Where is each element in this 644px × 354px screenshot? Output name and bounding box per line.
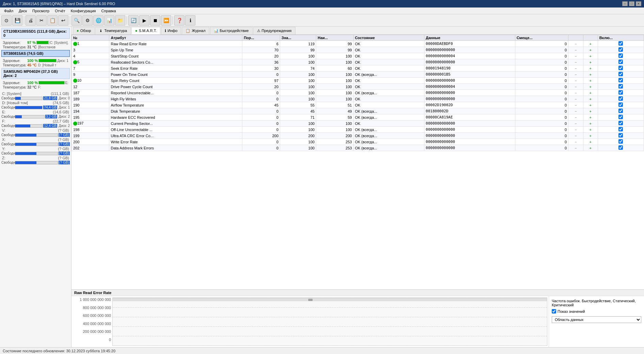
- plus-button[interactable]: +: [583, 84, 598, 90]
- minus-button[interactable]: −: [568, 59, 583, 65]
- include-checkbox[interactable]: [618, 115, 623, 119]
- include-checkbox[interactable]: [618, 78, 623, 82]
- plus-button[interactable]: +: [583, 41, 598, 47]
- plus-button[interactable]: +: [583, 127, 598, 133]
- plus-button[interactable]: +: [583, 78, 598, 84]
- include-checkbox-cell[interactable]: [598, 133, 644, 139]
- minus-button[interactable]: −: [568, 145, 583, 151]
- toolbar-btn-save[interactable]: 💾: [12, 15, 22, 26]
- include-checkbox-cell[interactable]: [598, 47, 644, 53]
- scrollbar-thumb[interactable]: [308, 299, 312, 301]
- include-checkbox-cell[interactable]: [598, 96, 644, 102]
- minus-button[interactable]: −: [568, 96, 583, 102]
- include-checkbox-cell[interactable]: [598, 145, 644, 151]
- include-checkbox-cell[interactable]: [598, 41, 644, 47]
- tab-info[interactable]: ℹ Инфо: [161, 27, 181, 34]
- include-checkbox[interactable]: [618, 109, 623, 113]
- minus-button[interactable]: −: [568, 65, 583, 71]
- toolbar-btn-4[interactable]: ✂: [36, 15, 47, 26]
- toolbar-btn-8[interactable]: ⚙: [82, 15, 93, 26]
- minus-button[interactable]: −: [568, 133, 583, 139]
- include-checkbox-cell[interactable]: [598, 78, 644, 84]
- minus-button[interactable]: −: [568, 114, 583, 120]
- toolbar-btn-15[interactable]: ⏩: [161, 15, 171, 26]
- include-checkbox-cell[interactable]: [598, 127, 644, 133]
- include-checkbox[interactable]: [618, 66, 623, 70]
- toolbar-btn-10[interactable]: 📊: [104, 15, 114, 26]
- include-checkbox[interactable]: [618, 127, 623, 131]
- tab-temperature[interactable]: 🌡 Температура: [95, 27, 131, 34]
- plus-button[interactable]: +: [583, 47, 598, 53]
- plus-button[interactable]: +: [583, 102, 598, 108]
- include-checkbox[interactable]: [618, 84, 623, 88]
- toolbar-btn-help[interactable]: ❓: [174, 15, 184, 26]
- include-checkbox[interactable]: [618, 102, 623, 107]
- disk-header-1[interactable]: CT120BX100SSD1 (111,8 GB) Диск: 0: [1, 28, 70, 39]
- include-checkbox-cell[interactable]: [598, 59, 644, 65]
- menu-item-файл[interactable]: Файл: [1, 8, 16, 14]
- include-checkbox[interactable]: [618, 145, 623, 150]
- toolbar-btn-6[interactable]: ↩: [58, 15, 68, 26]
- include-checkbox[interactable]: [618, 53, 623, 58]
- minus-button[interactable]: −: [568, 90, 583, 96]
- disk-header-2[interactable]: ST380815AS (74,5 GB): [1, 50, 70, 57]
- plus-button[interactable]: +: [583, 139, 598, 145]
- toolbar-btn-9[interactable]: 🌐: [93, 15, 103, 26]
- toolbar-btn-5[interactable]: 📋: [47, 15, 58, 26]
- toolbar-btn-13[interactable]: ▶: [139, 15, 149, 26]
- minus-button[interactable]: −: [568, 53, 583, 59]
- include-checkbox[interactable]: [618, 47, 623, 52]
- toolbar-btn-3[interactable]: 🖨: [26, 15, 36, 26]
- minus-button[interactable]: −: [568, 120, 583, 127]
- include-checkbox[interactable]: [618, 133, 623, 138]
- minus-button[interactable]: −: [568, 84, 583, 90]
- include-checkbox[interactable]: [618, 121, 623, 125]
- minus-button[interactable]: −: [568, 71, 583, 78]
- include-checkbox[interactable]: [618, 96, 623, 101]
- menu-item-конфигурация[interactable]: Конфигурация: [68, 8, 99, 14]
- minus-button[interactable]: −: [568, 78, 583, 84]
- toolbar-btn-12[interactable]: 🔄: [128, 15, 139, 26]
- minus-button[interactable]: −: [568, 41, 583, 47]
- plus-button[interactable]: +: [583, 59, 598, 65]
- include-checkbox-cell[interactable]: [598, 120, 644, 127]
- include-checkbox-cell[interactable]: [598, 84, 644, 90]
- include-checkbox[interactable]: [618, 90, 623, 95]
- minus-button[interactable]: −: [568, 47, 583, 53]
- tab-overview[interactable]: ● Обзор: [73, 27, 95, 34]
- data-area-dropdown[interactable]: Область данных: [552, 316, 641, 323]
- toolbar-btn-info[interactable]: ℹ: [185, 15, 195, 26]
- minus-button[interactable]: −: [568, 127, 583, 133]
- toolbar-btn-new[interactable]: ⊙: [1, 15, 12, 26]
- include-checkbox-cell[interactable]: [598, 53, 644, 59]
- toolbar-btn-14[interactable]: ⏹: [150, 15, 160, 26]
- minus-button[interactable]: −: [568, 102, 583, 108]
- plus-button[interactable]: +: [583, 90, 598, 96]
- include-checkbox-cell[interactable]: [598, 102, 644, 108]
- minus-button[interactable]: −: [568, 139, 583, 145]
- show-values-checkbox[interactable]: [552, 309, 556, 313]
- plus-button[interactable]: +: [583, 133, 598, 139]
- menu-item-справка[interactable]: Справка: [99, 8, 119, 14]
- include-checkbox-cell[interactable]: [598, 90, 644, 96]
- include-checkbox[interactable]: [618, 139, 623, 144]
- tab-performance[interactable]: 📊 Быстродействие: [210, 27, 253, 34]
- minus-button[interactable]: −: [568, 108, 583, 114]
- toolbar-btn-11[interactable]: 📁: [115, 15, 125, 26]
- include-checkbox-cell[interactable]: [598, 114, 644, 120]
- include-checkbox[interactable]: [618, 72, 623, 76]
- tab-warnings[interactable]: ⚠ Предупреждения: [253, 27, 295, 34]
- include-checkbox-cell[interactable]: [598, 108, 644, 114]
- disk-header-3[interactable]: SAMSUNG MP0402H (37,3 GB) Диск: 2: [1, 68, 70, 79]
- maximize-button[interactable]: □: [629, 1, 634, 6]
- plus-button[interactable]: +: [583, 65, 598, 71]
- plus-button[interactable]: +: [583, 71, 598, 78]
- plus-button[interactable]: +: [583, 53, 598, 59]
- plus-button[interactable]: +: [583, 114, 598, 120]
- include-checkbox[interactable]: [618, 41, 623, 46]
- chart-scrollbar[interactable]: [113, 298, 547, 301]
- plus-button[interactable]: +: [583, 96, 598, 102]
- close-button[interactable]: ✕: [636, 1, 641, 6]
- plus-button[interactable]: +: [583, 145, 598, 151]
- plus-button[interactable]: +: [583, 108, 598, 114]
